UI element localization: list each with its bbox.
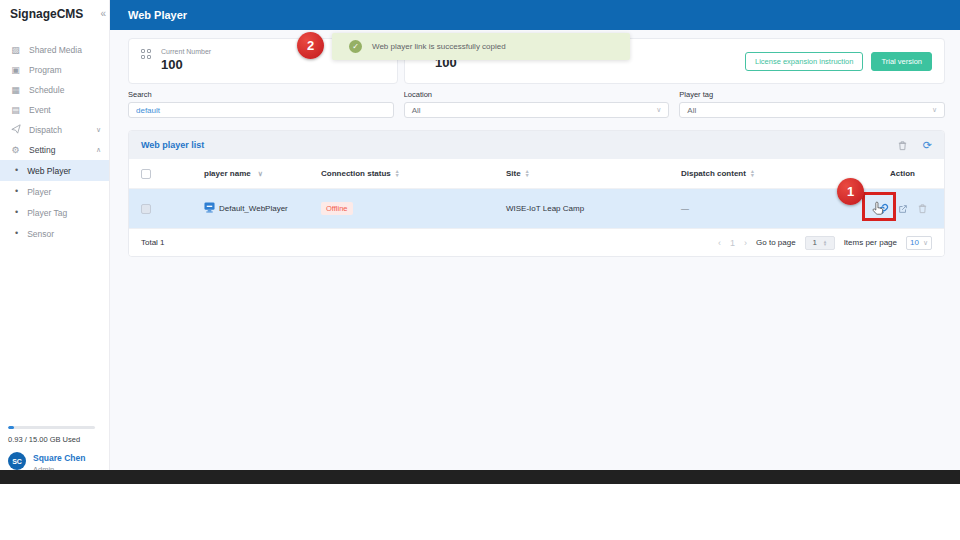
table-footer: Total 1 ‹ 1 › Go to page ▴▾ Items per pa…	[129, 229, 944, 256]
column-connection-status: Connection status	[321, 169, 391, 178]
sidebar-item-shared-media[interactable]: ▨ Shared Media	[0, 40, 109, 60]
app-window: SignageCMS « ▨ Shared Media ▣ Program ▦ …	[0, 0, 960, 470]
annotation-step-1-badge: 1	[837, 178, 864, 205]
calendar-icon: ▦	[10, 86, 21, 95]
success-toast: ✓ Web player link is successfully copied	[332, 33, 630, 60]
storage-progress-fill	[8, 426, 14, 429]
search-label: Search	[128, 90, 394, 99]
trial-version-button[interactable]: Trial version	[871, 52, 932, 71]
dispatch-content-cell: —	[681, 204, 689, 213]
app-logo: SignageCMS	[10, 7, 83, 21]
current-page-number[interactable]: 1	[730, 238, 735, 248]
go-to-page-input[interactable]	[806, 238, 824, 247]
search-field	[128, 102, 394, 118]
player-tag-select[interactable]: All ∨	[679, 102, 945, 118]
search-input[interactable]	[136, 106, 386, 115]
shared-media-icon: ▨	[10, 46, 21, 55]
event-icon: ▤	[10, 106, 21, 115]
go-to-page-field: ▴▾	[805, 236, 835, 250]
player-tag-label: Player tag	[679, 90, 945, 99]
sort-icon[interactable]: ▴▾	[396, 170, 399, 176]
status-badge: Offline	[321, 202, 353, 215]
storage-usage-label: 0.93 / 15.00 GB Used	[8, 435, 95, 444]
total-count-label: Total 1	[141, 238, 165, 247]
location-select[interactable]: All ∨	[404, 102, 670, 118]
sort-icon[interactable]: ▴▾	[526, 170, 529, 176]
sidebar-item-program[interactable]: ▣ Program	[0, 60, 109, 80]
next-page-button[interactable]: ›	[744, 238, 747, 248]
toast-message: Web player link is successfully copied	[372, 42, 506, 51]
chevron-down-icon: ∨	[96, 126, 101, 134]
storage-usage: 0.93 / 15.00 GB Used	[8, 426, 95, 444]
sidebar-subitem-label: Sensor	[27, 229, 54, 239]
storage-progress-bar	[8, 426, 95, 429]
sidebar-item-setting[interactable]: ⚙ Setting ∧	[0, 140, 109, 160]
column-action: Action	[890, 169, 915, 178]
sidebar-item-schedule[interactable]: ▦ Schedule	[0, 80, 109, 100]
sidebar-item-label: Event	[29, 105, 51, 115]
sidebar-collapse-icon[interactable]: «	[100, 8, 106, 19]
sidebar-item-dispatch[interactable]: Dispatch ∨	[0, 120, 109, 140]
sidebar-subitem-web-player[interactable]: • Web Player	[0, 160, 109, 181]
list-title: Web player list	[141, 140, 204, 150]
current-number-label: Current Number	[161, 48, 211, 55]
table-row[interactable]: Default_WebPlayer Offline WISE-IoT Leap …	[129, 189, 944, 229]
go-to-page-label: Go to page	[756, 238, 796, 247]
delete-icon[interactable]	[897, 140, 908, 151]
chevron-down-icon: ∨	[932, 106, 937, 114]
user-name: Square Chen	[33, 453, 85, 463]
items-per-page-value: 10	[910, 238, 919, 247]
chevron-down-icon: ∨	[923, 239, 928, 247]
bullet-icon: •	[15, 187, 18, 196]
column-dispatch-content: Dispatch content	[681, 169, 746, 178]
sidebar-subitem-sensor[interactable]: • Sensor	[0, 223, 109, 244]
program-icon: ▣	[10, 66, 21, 75]
location-selected-value: All	[412, 106, 421, 115]
column-site: Site	[506, 169, 521, 178]
table-header-row: player name ∨ Connection status ▴▾ Site …	[129, 159, 944, 189]
page-header: Web Player	[110, 0, 960, 30]
grid-icon	[141, 49, 151, 59]
filters-row: Search Location All ∨ Player tag All	[128, 90, 945, 118]
main-content: Web Player Current Number 100 100 Licens…	[110, 0, 960, 470]
select-all-checkbox[interactable]	[141, 169, 151, 179]
pagination: ‹ 1 ›	[718, 238, 747, 248]
license-expansion-button[interactable]: License expansion instruction	[745, 52, 863, 71]
row-checkbox[interactable]	[141, 204, 151, 214]
annotation-step-2-badge: 2	[297, 32, 324, 59]
bullet-icon: •	[15, 229, 18, 238]
mouse-cursor-hand-icon	[872, 201, 885, 220]
items-per-page-label: Items per page	[844, 238, 897, 247]
sidebar-subitem-label: Web Player	[27, 166, 71, 176]
avatar: SC	[8, 452, 26, 470]
site-cell: WISE-IoT Leap Camp	[506, 204, 584, 213]
page-stepper[interactable]: ▴▾	[824, 240, 827, 246]
bullet-icon: •	[15, 166, 18, 175]
sidebar-subitem-player[interactable]: • Player	[0, 181, 109, 202]
items-per-page-select[interactable]: 10 ∨	[906, 236, 932, 250]
player-name-cell: Default_WebPlayer	[219, 204, 288, 213]
sidebar-item-label: Setting	[29, 145, 55, 155]
open-external-icon[interactable]	[898, 204, 908, 214]
success-check-icon: ✓	[349, 40, 362, 53]
web-player-icon	[204, 202, 215, 215]
sidebar: SignageCMS « ▨ Shared Media ▣ Program ▦ …	[0, 0, 110, 470]
prev-page-button[interactable]: ‹	[718, 238, 721, 248]
sidebar-item-label: Schedule	[29, 85, 64, 95]
sidebar-item-event[interactable]: ▤ Event	[0, 100, 109, 120]
sort-icon[interactable]: ∨	[258, 170, 263, 178]
location-label: Location	[404, 90, 670, 99]
sidebar-subitem-player-tag[interactable]: • Player Tag	[0, 202, 109, 223]
page-title: Web Player	[128, 9, 187, 21]
sidebar-subitem-label: Player Tag	[27, 208, 67, 218]
player-tag-selected-value: All	[687, 106, 696, 115]
sort-icon[interactable]: ▴▾	[751, 170, 754, 176]
current-number-value: 100	[161, 57, 183, 72]
screenshot-root: SignageCMS « ▨ Shared Media ▣ Program ▦ …	[0, 0, 960, 540]
column-player-name: player name	[204, 169, 251, 178]
refresh-icon[interactable]: ⟳	[923, 140, 932, 151]
list-header: Web player list ⟳	[129, 131, 944, 159]
delete-row-icon[interactable]	[917, 203, 928, 214]
sidebar-item-label: Dispatch	[29, 125, 62, 135]
web-player-list-card: Web player list ⟳ player name ∨ Connecti…	[128, 130, 945, 257]
